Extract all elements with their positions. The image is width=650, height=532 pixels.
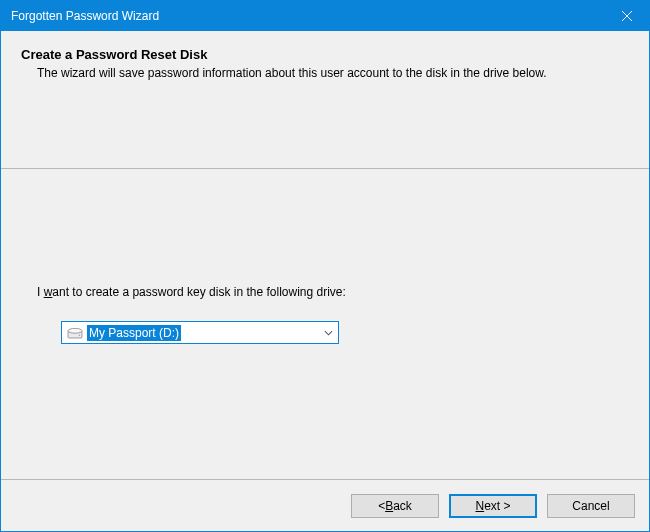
close-icon xyxy=(622,11,632,21)
drive-selected-value: My Passport (D:) xyxy=(87,325,181,341)
cancel-button[interactable]: Cancel xyxy=(547,494,635,518)
wizard-body: I want to create a password key disk in … xyxy=(1,169,649,479)
page-description: The wizard will save password informatio… xyxy=(37,65,629,81)
svg-point-4 xyxy=(79,334,80,335)
svg-point-3 xyxy=(68,328,82,333)
close-button[interactable] xyxy=(604,1,649,31)
chevron-down-icon xyxy=(318,322,338,343)
drive-icon xyxy=(65,324,85,342)
wizard-header: Create a Password Reset Disk The wizard … xyxy=(1,31,649,169)
next-button[interactable]: Next > xyxy=(449,494,537,518)
back-button[interactable]: < Back xyxy=(351,494,439,518)
window-title: Forgotten Password Wizard xyxy=(11,9,159,23)
wizard-window: Forgotten Password Wizard Create a Passw… xyxy=(0,0,650,532)
page-title: Create a Password Reset Disk xyxy=(21,47,629,62)
drive-select-combobox[interactable]: My Passport (D:) xyxy=(61,321,339,344)
wizard-footer: < Back Next > Cancel xyxy=(1,479,649,531)
drive-select-label: I want to create a password key disk in … xyxy=(37,285,346,299)
titlebar: Forgotten Password Wizard xyxy=(1,1,649,31)
